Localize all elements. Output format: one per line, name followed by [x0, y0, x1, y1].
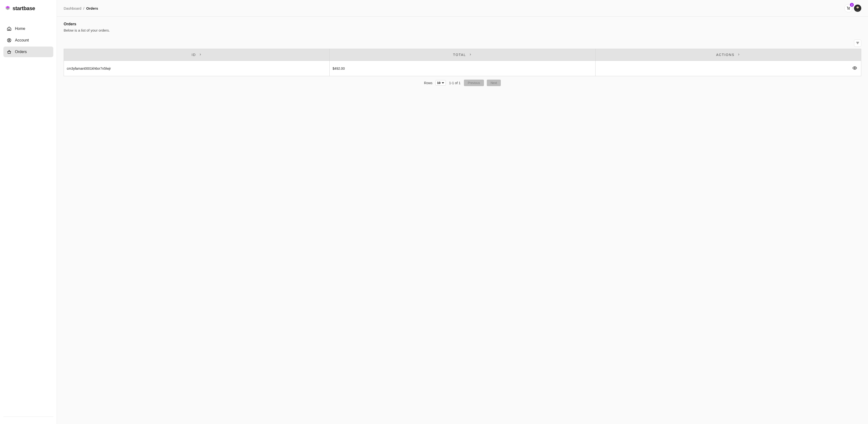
- orders-table: ID TOTAL: [64, 49, 861, 76]
- pagination: Rows 10 1-1 of 1 Previous Next: [64, 80, 861, 86]
- brand-name: startbase: [12, 5, 35, 11]
- svg-point-10: [854, 67, 856, 69]
- sidebar-item-orders[interactable]: Orders: [3, 47, 53, 57]
- sidebar-item-label: Orders: [15, 50, 27, 54]
- column-header-actions[interactable]: ACTIONS: [595, 49, 861, 61]
- svg-point-3: [848, 9, 848, 9]
- sidebar: startbase Home: [0, 0, 57, 424]
- sidebar-item-label: Account: [15, 38, 29, 42]
- account-icon: [7, 38, 11, 43]
- chevron-right-icon: [469, 53, 472, 57]
- pagination-range: 1-1 of 1: [449, 81, 461, 85]
- page-title: Orders: [64, 22, 861, 26]
- brand-logo[interactable]: startbase: [0, 0, 57, 17]
- sidebar-nav: Home Account: [0, 17, 57, 417]
- column-label: ACTIONS: [716, 53, 735, 57]
- svg-point-2: [9, 52, 9, 53]
- breadcrumb-parent[interactable]: Dashboard: [64, 6, 81, 10]
- filter-button[interactable]: [854, 39, 861, 47]
- topbar-right: 3: [844, 4, 861, 12]
- logo-icon: [5, 5, 10, 11]
- table-row: cm3yfaman0001kh6or7n5lwjr $492.00: [64, 61, 861, 76]
- cell-actions: [595, 61, 861, 76]
- table-toolbar: [64, 39, 861, 47]
- sidebar-divider: [3, 417, 53, 417]
- cart-badge: 3: [850, 3, 854, 7]
- sidebar-item-account[interactable]: Account: [3, 35, 53, 46]
- sidebar-item-home[interactable]: Home: [3, 23, 53, 34]
- basket-icon: [7, 50, 11, 54]
- chevron-right-icon: [199, 53, 202, 57]
- chevron-right-icon: [737, 53, 740, 57]
- home-icon: [7, 26, 11, 31]
- column-header-id[interactable]: ID: [64, 49, 330, 61]
- cell-id: cm3yfaman0001kh6or7n5lwjr: [64, 61, 330, 76]
- next-button[interactable]: Next: [487, 80, 501, 86]
- breadcrumb: Dashboard / Orders: [64, 6, 98, 10]
- avatar[interactable]: [854, 5, 861, 12]
- cell-total: $492.00: [330, 61, 595, 76]
- sidebar-item-label: Home: [15, 27, 25, 31]
- breadcrumb-separator: /: [83, 6, 84, 10]
- view-button[interactable]: [851, 65, 858, 72]
- cart-icon: [846, 6, 850, 10]
- svg-point-4: [849, 9, 849, 9]
- column-header-total[interactable]: TOTAL: [330, 49, 595, 61]
- content: Orders Below is a list of your orders.: [57, 17, 868, 91]
- main-area: Dashboard / Orders 3: [57, 0, 868, 424]
- rows-select[interactable]: 10: [435, 80, 446, 86]
- rows-label: Rows: [424, 81, 433, 85]
- filter-icon: [856, 41, 860, 46]
- column-label: TOTAL: [453, 53, 466, 57]
- topbar: Dashboard / Orders 3: [57, 0, 868, 17]
- breadcrumb-current: Orders: [86, 6, 98, 10]
- cart-button[interactable]: 3: [844, 4, 852, 12]
- page-subtitle: Below is a list of your orders.: [64, 28, 861, 32]
- previous-button[interactable]: Previous: [464, 80, 484, 86]
- svg-point-1: [9, 39, 10, 40]
- eye-icon: [852, 66, 857, 71]
- column-label: ID: [192, 53, 196, 57]
